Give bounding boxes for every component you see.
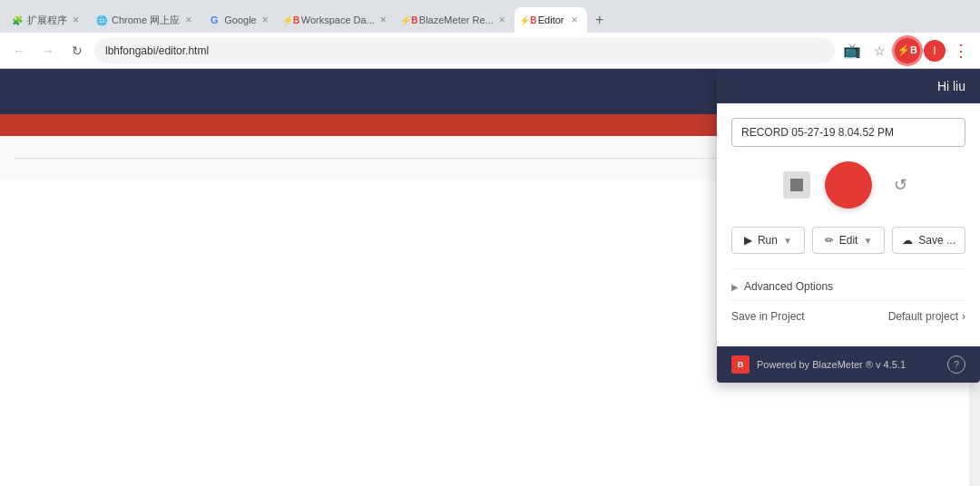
menu-icon[interactable]: ⋮ — [949, 39, 973, 63]
cast-icon[interactable]: 📺 — [840, 39, 864, 63]
tab-workspace[interactable]: ⚡B Workspace Da... × — [278, 7, 396, 33]
run-button[interactable]: ▶ Run ▼ — [731, 227, 805, 254]
forward-button[interactable]: → — [36, 39, 60, 63]
tab-label-editor: Editor — [538, 15, 566, 25]
undo-button[interactable]: ↺ — [887, 171, 914, 199]
footer-powered-by-text: Powered by BlazeMeter ® v 4.5.1 — [757, 359, 940, 370]
tab-favicon-editor: ⚡B — [522, 14, 534, 26]
tab-google[interactable]: G Google × — [201, 7, 278, 33]
advanced-arrow-icon: ▶ — [731, 282, 739, 292]
tab-blazemeter[interactable]: ⚡B BlazeMeter Re... × — [396, 7, 514, 33]
run-dropdown-icon: ▼ — [783, 236, 792, 246]
tab-favicon-chrome: 🌐 — [95, 14, 108, 26]
actions-row: ▶ Run ▼ ✏ Edit ▼ ☁ Save ... — [731, 227, 965, 254]
controls-row: ↺ — [731, 161, 965, 209]
tab-favicon-google: G — [208, 14, 220, 26]
chevron-right-icon: › — [962, 310, 965, 323]
edit-button[interactable]: ✏ Edit ▼ — [812, 227, 886, 254]
popup-greeting: Hi liu — [937, 79, 965, 93]
tab-label-blazemeter: BlazeMeter Re... — [419, 15, 494, 25]
record-button[interactable] — [825, 161, 872, 209]
advanced-section: ▶ Advanced Options — [731, 268, 965, 293]
page-content: Taurus JSON JMX ▶ ▼ Hi liu — [0, 69, 980, 486]
save-project-row: Save in Project Default project › — [731, 300, 965, 332]
refresh-button[interactable]: ↻ — [65, 39, 89, 63]
toolbar-icons: 📺 ☆ ⚡B I ⋮ — [840, 38, 973, 63]
stop-icon — [790, 179, 803, 191]
tab-label-google: Google — [224, 15, 256, 25]
address-bar: ← → ↻ 📺 ☆ ⚡B I ⋮ — [0, 33, 980, 69]
blazemeter-footer-icon: B — [731, 355, 750, 374]
run-label: Run — [758, 234, 778, 247]
advanced-toggle[interactable]: ▶ Advanced Options — [731, 280, 965, 293]
save-button[interactable]: ☁ Save ... — [892, 227, 965, 254]
default-project-text: Default project — [888, 310, 958, 323]
save-project-value[interactable]: Default project › — [888, 310, 965, 323]
stop-button[interactable] — [783, 171, 810, 199]
record-title-input[interactable] — [731, 118, 965, 147]
tab-editor[interactable]: ⚡B Editor × — [514, 7, 587, 33]
footer-help-button[interactable]: ? — [947, 355, 965, 374]
popup-header: Hi liu — [717, 69, 980, 103]
popup-footer: B Powered by BlazeMeter ® v 4.5.1 ? — [717, 346, 980, 383]
bookmark-icon[interactable]: ☆ — [867, 39, 891, 63]
tab-favicon-blazemeter: ⚡B — [403, 14, 416, 26]
new-tab-button[interactable]: + — [587, 7, 612, 33]
blazemeter-extension-icon[interactable]: ⚡B — [895, 38, 920, 63]
run-play-icon: ▶ — [744, 234, 752, 247]
tab-close-google[interactable]: × — [260, 13, 270, 27]
tab-extensions[interactable]: 🧩 扩展程序 × — [4, 7, 88, 33]
tab-close-workspace[interactable]: × — [378, 13, 388, 27]
tab-close-editor[interactable]: × — [570, 13, 580, 27]
advanced-label: Advanced Options — [744, 280, 833, 293]
tab-favicon-workspace: ⚡B — [285, 14, 298, 26]
tab-close-extensions[interactable]: × — [71, 13, 81, 27]
edit-label: Edit — [839, 234, 858, 247]
tab-favicon-extensions: 🧩 — [11, 14, 24, 26]
back-button[interactable]: ← — [7, 39, 31, 63]
tab-label-extensions: 扩展程序 — [27, 14, 67, 27]
save-label: Save ... — [918, 234, 956, 247]
browser-frame: 🧩 扩展程序 × 🌐 Chrome 网上应 × G Google × ⚡B Wo… — [0, 0, 980, 486]
tab-close-chrome[interactable]: × — [183, 13, 193, 27]
tab-chrome[interactable]: 🌐 Chrome 网上应 × — [88, 7, 201, 33]
edit-pencil-icon: ✏ — [825, 234, 834, 247]
tab-close-blazemeter[interactable]: × — [497, 13, 507, 27]
save-cloud-icon: ☁ — [902, 234, 913, 247]
tab-bar: 🧩 扩展程序 × 🌐 Chrome 网上应 × G Google × ⚡B Wo… — [0, 0, 980, 33]
save-project-label: Save in Project — [731, 310, 805, 323]
popup-body: ↺ ▶ Run ▼ ✏ Edit ▼ ☁ — [717, 103, 980, 346]
tab-label-workspace: Workspace Da... — [301, 15, 375, 25]
profile-icon[interactable]: I — [924, 40, 946, 62]
footer-brand-text: B — [738, 360, 744, 369]
tab-label-chrome: Chrome 网上应 — [112, 14, 180, 27]
popup-panel: Hi liu ↺ — [717, 69, 980, 383]
undo-icon: ↺ — [894, 175, 907, 195]
edit-dropdown-icon: ▼ — [863, 236, 872, 246]
address-input[interactable] — [94, 38, 835, 63]
